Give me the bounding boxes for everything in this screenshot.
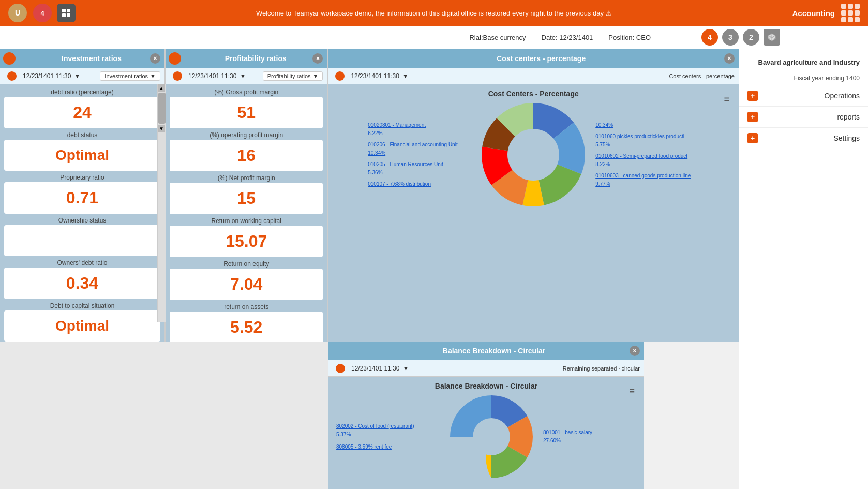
svg-rect-3 [67, 13, 70, 17]
balance-chart-container: ≡ Balance Breakdown - Circular 802002 - … [328, 377, 644, 489]
scroll-up[interactable]: ▲ [158, 84, 165, 92]
profitability-dropdown[interactable]: Profitability ratios ▼ [263, 71, 323, 81]
currency-label: Rial:Base currency [469, 34, 526, 41]
cost-centers-close-btn[interactable]: × [724, 53, 735, 64]
sub-header-buttons: 4 3 2 [701, 29, 780, 46]
cost-centers-chart-content: 01020801 - Management6.22% 010206 - Fina… [333, 103, 734, 206]
sidebar-item-operations[interactable]: + Operations [739, 85, 868, 107]
cube-btn[interactable] [764, 29, 780, 46]
investment-panel-container: Investment ratios × 12/23/1401 11:30 ▼ I… [0, 49, 166, 342]
main-content: Investment ratios × 12/23/1401 11:30 ▼ I… [0, 49, 739, 489]
legend-pickles[interactable]: 0101060 pickles productickles producti5.… [595, 132, 699, 149]
profitability-date-arrow[interactable]: ▼ [240, 72, 246, 80]
proprietary-label: Proprietary ratio [4, 174, 160, 181]
balance-pie [450, 395, 533, 478]
legend-basic-salary[interactable]: 801001 - basic salary27.60% [543, 428, 636, 445]
metric-group-proprietary: Proprietary ratio 0.71 [4, 174, 160, 214]
reports-plus-icon[interactable]: + [747, 112, 758, 122]
balance-date-arrow[interactable]: ▼ [402, 365, 409, 372]
legend-10pct[interactable]: 10.34% [595, 121, 699, 129]
assets-value: 5.52 [170, 312, 323, 342]
cost-centers-pie [482, 103, 585, 206]
profitability-date-row: 12/23/1401 11:30 ▼ Profitability ratios … [166, 68, 327, 84]
scroll-thumb[interactable] [158, 93, 166, 124]
debt-status-value: Optimal [4, 140, 160, 171]
cost-centers-header: Cost centers - percentage × [328, 49, 739, 68]
legend-food-cost[interactable]: 802002 - Cost of food (restaurant)5.37% [336, 422, 440, 439]
assets-label: return on assets [170, 303, 323, 310]
profitability-dropdown-label: Profitability ratios [267, 73, 311, 79]
svg-rect-2 [62, 13, 66, 17]
notification-badge[interactable]: 4 [33, 4, 52, 22]
working-capital-label: Return on working capital [170, 217, 323, 225]
avatar[interactable]: U [8, 4, 27, 22]
profitability-metrics: (%) Gross profit margin 51 (%) operating… [166, 84, 327, 342]
metric-group-owners-debt: Owners' debt ratio 0.34 [4, 259, 160, 299]
cost-centers-date: 12/23/1401 11:30 [351, 72, 399, 80]
metric-group-debt-status: debt status Optimal [4, 131, 160, 171]
bottom-row: Balance Breakdown - Circular × 12/23/140… [0, 342, 739, 489]
profitability-orange-dot [169, 52, 181, 65]
metric-net-profit: (%) Net profit margin 15 [170, 174, 323, 214]
profitability-date-dot [173, 71, 182, 81]
apps-grid[interactable] [841, 4, 860, 22]
cost-centers-date-dot [335, 71, 345, 81]
reports-label: reports [837, 113, 860, 121]
cost-centers-subtitle: Cost centers - percentage [669, 73, 735, 79]
balance-date-row: 12/23/1401 11:30 ▼ Remaining separated ·… [328, 360, 644, 377]
sub-header-info: Rial:Base currency Date: 12/23/1401 Posi… [469, 34, 651, 41]
legend-semi-prepared[interactable]: 01010602 - Semi-prepared food product8.2… [595, 152, 699, 169]
cost-centers-date-arrow[interactable]: ▼ [402, 72, 409, 80]
legend-canned[interactable]: 01010603 - canned goods production line9… [595, 172, 699, 188]
debt-status-label: debt status [4, 131, 160, 139]
right-legend: 10.34% 0101060 pickles productickles pro… [595, 121, 699, 188]
sub-header: Rial:Base currency Date: 12/23/1401 Posi… [0, 26, 868, 49]
investment-panel-title: Investment ratios [19, 54, 164, 63]
investment-metrics: debt ratio (percentage) 24 debt status O… [0, 84, 164, 342]
position-label: Position: CEO [608, 34, 651, 41]
investment-close-btn[interactable]: × [150, 53, 160, 64]
profitability-panel-title: Profitability ratios [184, 54, 327, 63]
btn-2[interactable]: 2 [743, 29, 759, 46]
legend-rent-fee[interactable]: 808005 - 3.59% rent fee [336, 443, 440, 451]
balance-panel-title: Balance Breakdown - Circular [344, 347, 644, 355]
investment-dropdown-label: Investment ratios [104, 73, 148, 79]
btn-4[interactable]: 4 [701, 29, 718, 46]
balance-right-legend: 801001 - basic salary27.60% [543, 428, 636, 445]
equity-value: 7.04 [170, 269, 323, 300]
operating-profit-value: 16 [170, 140, 323, 171]
proprietary-value: 0.71 [4, 182, 160, 214]
investment-date-dot [7, 71, 17, 81]
cost-centers-hamburger[interactable]: ≡ [724, 94, 729, 105]
sidebar-item-reports[interactable]: + reports [739, 107, 868, 128]
net-profit-label: (%) Net profit margin [170, 174, 323, 182]
btn-3[interactable]: 3 [722, 29, 739, 46]
balance-chart-content: 802002 - Cost of food (restaurant)5.37% … [334, 395, 639, 478]
cost-centers-chart-wrapper: ≡ Cost Centers - Percentage 01020801 - M… [333, 90, 734, 206]
legend-distribution[interactable]: 010107 - 7.68% distribution [368, 180, 471, 188]
right-panel: Bavard agriculture and industry Fiscal y… [739, 49, 868, 489]
app-icon[interactable] [57, 4, 76, 22]
cost-centers-panel: Cost centers - percentage × 12/23/1401 1… [328, 49, 739, 342]
metric-operating-profit: (%) operating profit margin 16 [170, 131, 323, 171]
legend-hr[interactable]: 010205 - Human Resources Unit5.36% [368, 160, 471, 177]
operations-plus-icon[interactable]: + [747, 91, 758, 101]
balance-left-legend: 802002 - Cost of food (restaurant)5.37% … [336, 422, 440, 451]
balance-panel: Balance Breakdown - Circular × 12/23/140… [328, 342, 644, 489]
balance-hamburger[interactable]: ≡ [629, 386, 635, 397]
investment-dropdown[interactable]: Investment ratios ▼ [100, 71, 160, 81]
company-name: Bavard agriculture and industry [739, 53, 868, 71]
settings-plus-icon[interactable]: + [747, 133, 758, 143]
legend-management[interactable]: 01020801 - Management6.22% [368, 121, 471, 138]
debt-ratio-value: 24 [4, 97, 160, 128]
investment-scrollbar[interactable]: ▲ ▼ [157, 84, 166, 322]
scroll-down[interactable]: ▼ [158, 125, 165, 132]
balance-chart-title: Balance Breakdown - Circular [334, 382, 639, 390]
balance-close-btn[interactable]: × [630, 346, 640, 356]
investment-date-arrow[interactable]: ▼ [74, 72, 80, 80]
investment-panel-header: Investment ratios × [0, 49, 164, 68]
debt-ratio-label: debt ratio (percentage) [4, 88, 160, 96]
debt-capital-value: Optimal [4, 310, 160, 342]
sidebar-item-settings[interactable]: + Settings [739, 128, 868, 149]
legend-finance[interactable]: 010206 - Financial and accounting Unit10… [368, 141, 471, 157]
